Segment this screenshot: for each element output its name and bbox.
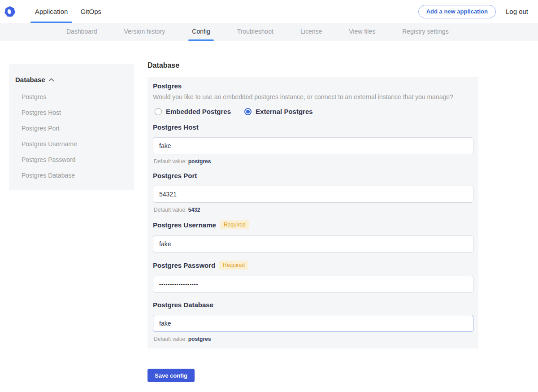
subnav-tab-troubleshoot[interactable]: Troubleshoot — [229, 23, 282, 40]
postgres-database-default: Default value: postgres — [154, 336, 473, 342]
postgres-host-label: Postgres Host — [153, 123, 199, 131]
postgres-host-default: Default value: postgres — [154, 158, 473, 165]
tab-application[interactable]: Application — [29, 0, 74, 23]
config-page: Database Postgres Postgres Host Postgres… — [0, 40, 538, 382]
radio-embedded-label: Embedded Postgres — [166, 108, 231, 115]
sidebar-item-postgres-port[interactable]: Postgres Port — [15, 120, 129, 136]
postgres-host-input[interactable] — [153, 137, 473, 154]
sidebar-item-postgres-host[interactable]: Postgres Host — [15, 105, 129, 120]
sidebar-item-postgres-password[interactable]: Postgres Password — [15, 152, 129, 167]
sidebar-group-label: Database — [15, 76, 45, 83]
postgres-username-label: Postgres Username — [153, 221, 216, 229]
subnav-tab-license[interactable]: License — [292, 23, 330, 40]
postgres-group-help: Would you like to use an embedded postgr… — [153, 93, 473, 100]
sidebar-item-postgres-username[interactable]: Postgres Username — [15, 136, 129, 152]
radio-selected-icon — [244, 108, 252, 115]
required-badge: Required — [220, 220, 249, 229]
postgres-username-input[interactable] — [153, 235, 473, 253]
tab-gitops[interactable]: GitOps — [74, 0, 108, 23]
radio-external-label: External Postgres — [256, 108, 313, 115]
postgres-radio-group: Embedded Postgres External Postgres — [155, 108, 471, 115]
sidebar-items: Postgres Postgres Host Postgres Port Pos… — [15, 89, 129, 183]
subnav-tab-version-history[interactable]: Version history — [116, 23, 174, 40]
radio-embedded-postgres[interactable]: Embedded Postgres — [155, 108, 231, 115]
add-new-application-button[interactable]: Add a new application — [418, 5, 496, 18]
app-logo[interactable] — [0, 0, 29, 23]
chevron-up-icon — [48, 78, 54, 82]
subnav-tab-registry-settings[interactable]: Registry settings — [394, 23, 456, 40]
save-config-button[interactable]: Save config — [148, 369, 195, 382]
sidebar-group-database[interactable]: Database — [15, 76, 129, 83]
sidebar-item-postgres-database[interactable]: Postgres Database — [15, 167, 129, 183]
required-badge: Required — [219, 261, 248, 270]
postgres-database-input[interactable] — [153, 315, 473, 332]
logout-button[interactable]: Log out — [506, 8, 528, 15]
radio-external-postgres[interactable]: External Postgres — [244, 108, 313, 115]
topnav-right: Add a new application Log out — [418, 0, 538, 23]
topnav-tabs: Application GitOps — [29, 0, 108, 23]
radio-unselected-icon — [155, 108, 162, 115]
config-main: Database Postgres Would you like to use … — [148, 61, 478, 382]
postgres-group-label: Postgres — [153, 82, 473, 90]
database-config-panel: Postgres Would you like to use an embedd… — [148, 77, 478, 348]
sidebar-item-postgres[interactable]: Postgres — [15, 89, 129, 105]
config-sidebar: Database Postgres Postgres Host Postgres… — [9, 64, 134, 190]
page-title: Database — [148, 61, 478, 70]
subnav-tab-view-files[interactable]: View files — [341, 23, 383, 40]
postgres-port-default: Default value: 5432 — [154, 207, 473, 213]
subnav-tab-dashboard[interactable]: Dashboard — [58, 23, 105, 40]
top-nav: Application GitOps Add a new application… — [0, 0, 538, 23]
subnav-tab-config[interactable]: Config — [184, 23, 218, 40]
postgres-database-label: Postgres Database — [153, 301, 213, 309]
app-subnav: Dashboard Version history Config Trouble… — [0, 23, 538, 40]
postgres-password-input[interactable] — [153, 276, 473, 293]
postgres-password-label: Postgres Password — [153, 261, 215, 269]
kots-logo-icon — [4, 6, 15, 17]
postgres-port-label: Postgres Port — [153, 172, 197, 179]
postgres-port-input[interactable] — [153, 186, 473, 203]
